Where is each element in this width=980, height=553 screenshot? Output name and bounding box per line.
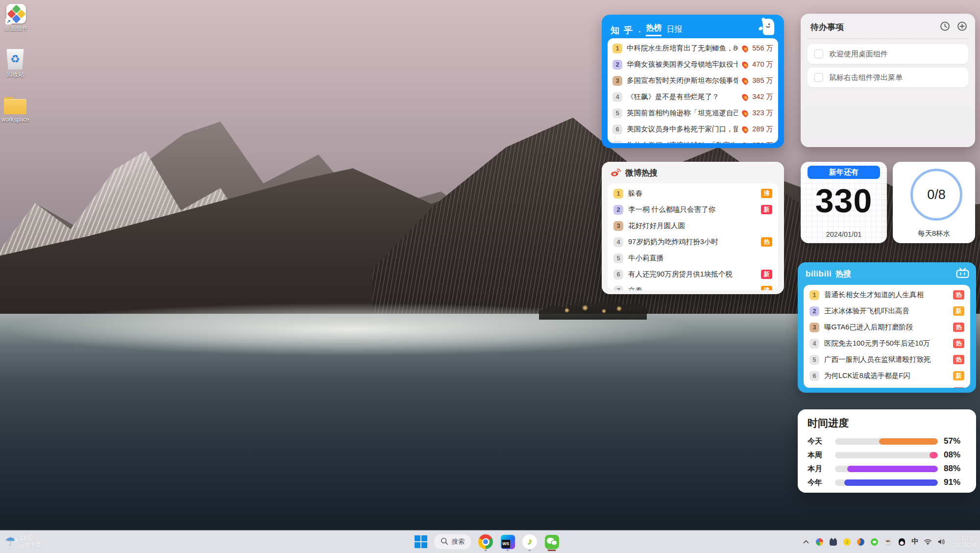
taskbar-app-wechat[interactable]	[544, 532, 560, 552]
weibo-item[interactable]: 7 立春 沸	[613, 282, 772, 290]
item-title: 《狂飙》是不是有些烂尾了？	[627, 92, 738, 101]
start-button[interactable]	[415, 535, 427, 548]
tray-teacup-icon[interactable]: ☕	[884, 538, 892, 546]
tray-wechat-icon[interactable]	[870, 538, 879, 546]
tray-chevron-up-icon[interactable]	[802, 538, 810, 546]
desktop-icon-widgets-app[interactable]: ↗ 桌面组件	[0, 4, 35, 32]
search-icon	[441, 537, 448, 547]
village-light	[564, 308, 569, 313]
wifi-icon[interactable]	[924, 538, 932, 546]
history-clock-icon[interactable]	[940, 21, 950, 33]
zhihu-item[interactable]: 5 英国前首相约翰逊称「坦克巡逻自己... 323 万	[612, 105, 773, 121]
taskbar-clock[interactable]: 10:32 2023/2/4	[953, 535, 976, 549]
rank-badge: 7	[612, 141, 622, 144]
ime-indicator[interactable]: 中	[911, 537, 918, 546]
zhihu-brand: 知 乎	[611, 25, 634, 36]
item-title: 美国女议员身中多枪死于家门口，留...	[627, 125, 738, 134]
separator-dot: ·	[638, 27, 641, 36]
todo-item[interactable]: 欢迎使用桌面组件	[808, 44, 968, 64]
chrome-icon	[478, 534, 493, 549]
zhihu-mascot-icon	[757, 17, 777, 38]
desktop-icon-recycle-bin[interactable]: ♻ 回收站	[0, 49, 34, 78]
desktop-icon-workspace[interactable]: workspace	[0, 97, 34, 123]
desktop: ↗ 桌面组件 ♻ 回收站 workspace 知 乎 · 热榜 日报	[0, 0, 980, 553]
flame-icon	[741, 93, 750, 101]
taskbar-app-chrome[interactable]	[478, 532, 493, 552]
water-progress-ring[interactable]: 0/8	[910, 169, 962, 221]
zhihu-item[interactable]: 1 中科院水生所培育出了无刺鲫鱼，80... 556 万	[612, 40, 773, 56]
progress-row-today: 今天 57%	[808, 436, 966, 447]
zhihu-header: 知 乎 · 热榜 日报	[611, 20, 777, 36]
checkbox[interactable]	[814, 50, 823, 58]
taskbar-weather[interactable]: ☂❄ 13°C 正在下雪	[5, 532, 41, 550]
rank-badge: 6	[612, 125, 622, 134]
tray-widgets-icon[interactable]	[815, 538, 824, 546]
rank-badge: 3	[809, 323, 819, 332]
item-title: 有人还完90万房贷月供1块抵个税	[628, 270, 756, 279]
tab-hot[interactable]: 热榜	[646, 23, 662, 36]
bilibili-item[interactable]: 1 普通长相女生才知道的人生真相 热	[809, 287, 964, 303]
bilibili-item[interactable]: 6 为何LCK近8成选手都是F闪 新	[809, 368, 964, 384]
weibo-header: 微博热搜	[610, 167, 658, 179]
zhihu-item[interactable]: 3 多国宣布暂时关闭伊斯坦布尔领事馆... 385 万	[612, 73, 773, 89]
add-todo-icon[interactable]	[957, 21, 967, 33]
tv-icon	[956, 268, 969, 281]
volume-icon[interactable]	[937, 538, 946, 546]
flame-icon	[741, 60, 750, 69]
item-title: 多国宣布暂时关闭伊斯坦布尔领事馆...	[627, 76, 738, 85]
rank-badge: 1	[613, 189, 623, 199]
zhihu-item[interactable]: 2 华裔女孩被美国养父母锁地牢奴役十... 470 万	[612, 56, 773, 73]
weibo-item[interactable]: 4 97岁奶奶为吃炸鸡打扮3小时 热	[613, 234, 772, 250]
countdown-days: 330	[801, 181, 887, 220]
todo-header: 待办事项	[810, 21, 967, 33]
zhihu-item[interactable]: 6 美国女议员身中多枪死于家门口，留... 289 万	[612, 121, 773, 137]
rank-badge: 1	[809, 290, 819, 300]
rank-badge: 3	[612, 76, 622, 86]
item-title: 为何LCK近8成选手都是F闪	[824, 371, 948, 380]
zhihu-hot-widget: 知 乎 · 热榜 日报 1 中科院水生所培育出了无刺鲫鱼，80... 556 万	[602, 15, 784, 148]
weibo-item[interactable]: 2 李一桐 什么都嗑只会害了你 新	[613, 201, 772, 218]
tray-browser-icon[interactable]	[857, 538, 865, 546]
flame-icon	[741, 44, 750, 53]
taskbar-tray: ♪ ☕ 中 10:32 2023/2/4	[802, 530, 976, 553]
zhihu-item[interactable]: 4 《狂飙》是不是有些烂尾了？ 342 万	[612, 89, 773, 105]
todo-item[interactable]: 鼠标右击组件弹出菜单	[808, 68, 968, 87]
newyear-countdown-widget: 新年还有 330 2024/01/01	[801, 162, 887, 243]
weibo-item[interactable]: 1 躲春 沸	[613, 185, 772, 201]
hot-badge: 沸	[761, 286, 772, 290]
bilibili-item[interactable]: 4 医院免去100元男子50年后还10万 热	[809, 335, 964, 352]
wallpaper-mist	[0, 303, 833, 362]
taskbar-app-webstorm[interactable]: WS	[500, 532, 515, 552]
rank-badge: 5	[613, 253, 623, 263]
bilibili-title: 热搜	[835, 269, 851, 279]
item-heat: 342 万	[752, 92, 773, 101]
taskbar-search[interactable]: 搜索	[434, 534, 471, 550]
tray-qq-icon[interactable]	[898, 538, 906, 546]
bilibili-item[interactable]: 3 曝GTA6已进入后期打磨阶段 热	[809, 319, 964, 335]
weibo-item[interactable]: 3 花好灯好月圆人圆	[613, 218, 772, 234]
bilibili-header: bilibili 热搜	[806, 267, 969, 281]
weibo-item[interactable]: 6 有人还完90万房贷月供1块抵个税 新	[613, 266, 772, 282]
progress-percent: 88%	[944, 464, 966, 474]
bilibili-item[interactable]: 7 战毒枭卧底还未来得及说再见 热	[809, 384, 964, 388]
weibo-list: 1 躲春 沸 2 李一桐 什么都嗑只会害了你 新 3 花好灯好月圆人圆 4 97…	[608, 183, 778, 290]
item-title: 曝GTA6已进入后期打磨阶段	[824, 323, 948, 332]
taskbar-app-qqmusic[interactable]: ♪	[522, 532, 538, 552]
todo-text: 欢迎使用桌面组件	[829, 50, 888, 59]
tray-cat-icon[interactable]	[829, 538, 837, 546]
bilibili-item[interactable]: 2 王冰冰体验开飞机吓出高音 新	[809, 303, 964, 319]
progress-label: 今年	[808, 478, 829, 487]
countdown-title: 新年还有	[808, 166, 880, 179]
progress-fill	[879, 438, 938, 445]
tab-daily[interactable]: 日报	[666, 25, 682, 36]
tray-qqmusic-icon[interactable]: ♪	[843, 538, 851, 546]
weibo-logo-icon	[610, 167, 621, 179]
webstorm-icon: WS	[501, 535, 515, 549]
rank-badge: 6	[809, 371, 819, 381]
zhihu-item[interactable]: 7 为什么觉得《流浪地球2》「数字生... 256 万	[612, 137, 773, 143]
item-title: 华裔女孩被美国养父母锁地牢奴役十...	[627, 60, 738, 69]
progress-row-month: 本月 88%	[808, 463, 966, 474]
checkbox[interactable]	[814, 73, 823, 82]
weibo-item[interactable]: 5 牛小莉直播	[613, 250, 772, 266]
bilibili-item[interactable]: 5 广西一服刑人员在监狱遭殴打致死 热	[809, 352, 964, 368]
